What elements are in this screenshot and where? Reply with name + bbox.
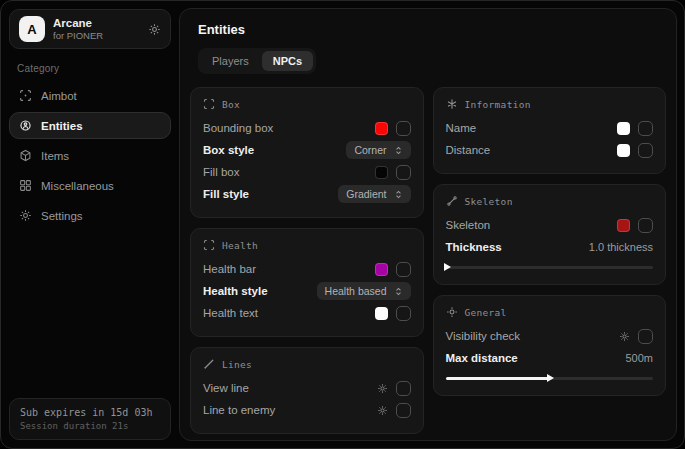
health-style-dropdown[interactable]: Health based bbox=[317, 282, 411, 300]
distance-checkbox[interactable] bbox=[638, 143, 653, 158]
unfold-icon bbox=[394, 287, 403, 296]
setting-label: Health text bbox=[203, 307, 258, 319]
sidebar-item-label: Settings bbox=[41, 210, 83, 222]
entities-icon bbox=[19, 119, 32, 132]
setting-label: Line to enemy bbox=[203, 404, 275, 416]
max-distance-slider[interactable] bbox=[446, 373, 654, 383]
sidebar-item-settings[interactable]: Settings bbox=[9, 202, 171, 229]
card-title: Box bbox=[222, 99, 240, 110]
setting-label: Skeleton bbox=[446, 219, 491, 231]
setting-label: Distance bbox=[446, 144, 491, 156]
setting-label: Health bar bbox=[203, 263, 256, 275]
app-logo: A bbox=[19, 16, 45, 42]
health-text-checkbox[interactable] bbox=[396, 306, 411, 321]
name-checkbox[interactable] bbox=[638, 121, 653, 136]
setting-row-thickness: Thickness 1.0 thickness bbox=[446, 236, 654, 258]
view-line-checkbox[interactable] bbox=[396, 381, 411, 396]
skeleton-checkbox[interactable] bbox=[638, 218, 653, 233]
sidebar: A Arcane for PIONER Category bbox=[1, 1, 179, 448]
setting-row-max-distance: Max distance 500m bbox=[446, 347, 654, 369]
tab-players[interactable]: Players bbox=[201, 51, 260, 71]
package-icon bbox=[19, 149, 32, 162]
card-box: Box Bounding box Box style Corner bbox=[190, 87, 424, 218]
card-title: Information bbox=[465, 99, 531, 110]
setting-row-skeleton: Skeleton bbox=[446, 214, 654, 236]
setting-row-bounding-box: Bounding box bbox=[203, 117, 411, 139]
slider-handle[interactable] bbox=[444, 263, 451, 271]
card-skeleton: Skeleton Skeleton Thickness 1.0 thicknes… bbox=[433, 184, 667, 285]
dropdown-value: Corner bbox=[354, 144, 386, 156]
sidebar-item-miscellaneous[interactable]: Miscellaneous bbox=[9, 172, 171, 199]
bone-icon bbox=[446, 195, 458, 207]
visibility-check-checkbox[interactable] bbox=[638, 329, 653, 344]
setting-row-line-to-enemy: Line to enemy bbox=[203, 399, 411, 421]
max-distance-value: 500m bbox=[625, 352, 653, 364]
gear-icon[interactable] bbox=[377, 405, 388, 416]
setting-row-health-text: Health text bbox=[203, 302, 411, 324]
sidebar-item-aimbot[interactable]: Aimbot bbox=[9, 82, 171, 109]
gear-icon[interactable] bbox=[148, 23, 161, 36]
setting-row-name: Name bbox=[446, 117, 654, 139]
gear-icon[interactable] bbox=[377, 383, 388, 394]
bounding-box-icon bbox=[203, 239, 215, 251]
box-style-dropdown[interactable]: Corner bbox=[346, 141, 410, 159]
card-health: Health Health bar Health style Health ba… bbox=[190, 228, 424, 337]
color-swatch[interactable] bbox=[375, 122, 388, 135]
setting-row-fill-style: Fill style Gradient bbox=[203, 183, 411, 205]
card-general: General Visibility check bbox=[433, 295, 667, 396]
app-subtitle: for PIONER bbox=[53, 30, 140, 42]
setting-label: Thickness bbox=[446, 241, 502, 253]
setting-label: Health style bbox=[203, 285, 268, 297]
setting-label: Bounding box bbox=[203, 122, 273, 134]
dropdown-value: Health based bbox=[325, 285, 387, 297]
sidebar-item-entities[interactable]: Entities bbox=[9, 112, 171, 139]
card-title: Skeleton bbox=[465, 196, 513, 207]
sun-icon bbox=[446, 306, 458, 318]
grid-icon bbox=[19, 179, 32, 192]
color-swatch[interactable] bbox=[375, 166, 388, 179]
setting-label: Name bbox=[446, 122, 477, 134]
page-title: Entities bbox=[198, 22, 666, 37]
color-swatch[interactable] bbox=[617, 144, 630, 157]
setting-row-distance: Distance bbox=[446, 139, 654, 161]
setting-row-health-bar: Health bar bbox=[203, 258, 411, 280]
color-swatch[interactable] bbox=[375, 263, 388, 276]
thickness-slider[interactable] bbox=[446, 262, 654, 272]
subscription-expiry: Sub expires in 15d 03h bbox=[20, 407, 160, 418]
setting-row-fill-box: Fill box bbox=[203, 161, 411, 183]
gear-icon bbox=[19, 209, 32, 222]
line-to-enemy-checkbox[interactable] bbox=[396, 403, 411, 418]
setting-label: Max distance bbox=[446, 352, 518, 364]
card-title: Health bbox=[222, 240, 258, 251]
setting-label: View line bbox=[203, 382, 249, 394]
fill-box-checkbox[interactable] bbox=[396, 165, 411, 180]
category-label: Category bbox=[17, 63, 171, 74]
app-name: Arcane bbox=[53, 16, 140, 30]
bounding-box-icon bbox=[203, 98, 215, 110]
sidebar-item-items[interactable]: Items bbox=[9, 142, 171, 169]
setting-row-health-style: Health style Health based bbox=[203, 280, 411, 302]
bounding-box-checkbox[interactable] bbox=[396, 121, 411, 136]
color-swatch[interactable] bbox=[617, 219, 630, 232]
setting-row-box-style: Box style Corner bbox=[203, 139, 411, 161]
setting-label: Visibility check bbox=[446, 330, 521, 342]
fill-style-dropdown[interactable]: Gradient bbox=[338, 185, 410, 203]
color-swatch[interactable] bbox=[617, 122, 630, 135]
session-duration: Session duration 21s bbox=[20, 421, 160, 431]
slider-handle[interactable] bbox=[547, 374, 554, 382]
health-bar-checkbox[interactable] bbox=[396, 262, 411, 277]
sidebar-nav: Aimbot Entities bbox=[9, 82, 171, 229]
card-title: Lines bbox=[222, 359, 252, 370]
setting-label: Box style bbox=[203, 144, 254, 156]
card-lines: Lines View line bbox=[190, 347, 424, 434]
unfold-icon bbox=[394, 190, 403, 199]
diagonal-line-icon bbox=[203, 358, 215, 370]
sidebar-item-label: Entities bbox=[41, 120, 83, 132]
card-title: General bbox=[465, 307, 507, 318]
main-panel: Entities Players NPCs Box bbox=[179, 8, 677, 441]
color-swatch[interactable] bbox=[375, 307, 388, 320]
unfold-icon bbox=[394, 146, 403, 155]
tab-npcs[interactable]: NPCs bbox=[262, 51, 313, 71]
gear-icon[interactable] bbox=[619, 331, 630, 342]
sidebar-item-label: Miscellaneous bbox=[41, 180, 114, 192]
